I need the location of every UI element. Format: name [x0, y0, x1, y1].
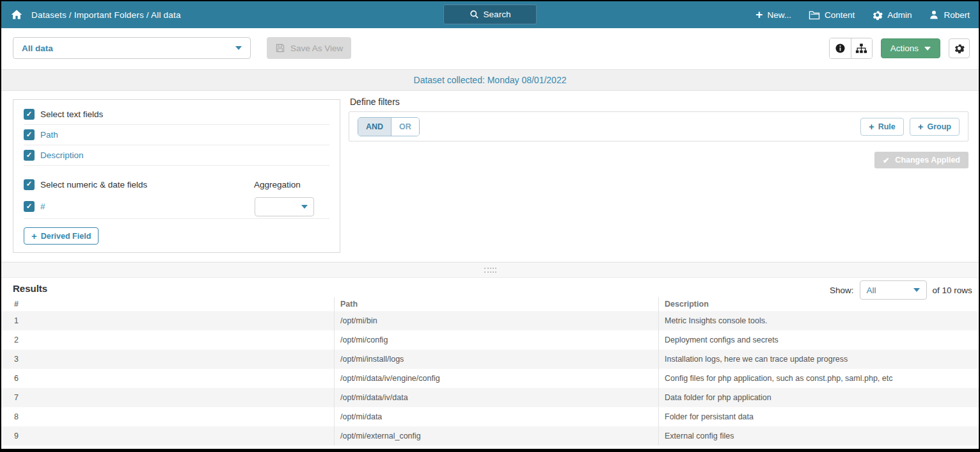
lineage-button[interactable] — [851, 38, 872, 58]
table-row[interactable]: 1 /opt/mi/bin Metric Insights console to… — [1, 311, 979, 330]
check-icon: ✓ — [26, 203, 33, 211]
cell-description: Installation logs, here we can trace upd… — [658, 350, 979, 369]
cell-description: Folder for persistant data — [658, 407, 979, 426]
admin-label: Admin — [887, 10, 912, 20]
path-field-label[interactable]: Path — [40, 130, 58, 140]
save-as-view-button[interactable]: Save As View — [267, 37, 351, 59]
cell-path: /opt/mi/config — [334, 330, 658, 350]
table-body: 1 /opt/mi/bin Metric Insights console to… — [1, 311, 979, 446]
settings-button[interactable] — [949, 38, 970, 58]
cell-path: /opt/mi/data/iv/data — [334, 388, 658, 407]
new-menu[interactable]: + New... — [755, 10, 791, 20]
check-icon: ✔ — [883, 156, 889, 165]
show-label: Show: — [830, 286, 854, 295]
view-selector-dropdown[interactable]: All data — [13, 37, 251, 59]
info-hierarchy-button-group — [829, 38, 873, 59]
description-field-label[interactable]: Description — [40, 150, 84, 160]
filters-footer: ✔ Changes Applied — [349, 152, 968, 168]
define-filters-title: Define filters — [349, 91, 968, 111]
cell-description: Metric Insights console tools. — [658, 311, 979, 330]
table-row[interactable]: 2 /opt/mi/config Deployment configs and … — [1, 330, 979, 350]
number-field-checkbox[interactable]: ✓ — [24, 201, 35, 212]
info-icon — [835, 43, 846, 54]
select-numeric-fields-checkbox[interactable]: ✓ — [24, 179, 35, 190]
cell-num: 1 — [1, 311, 334, 330]
table-row[interactable]: 9 /opt/mi/external_config External confi… — [1, 426, 979, 446]
changes-applied-button[interactable]: ✔ Changes Applied — [874, 152, 968, 168]
aggregation-dropdown[interactable] — [255, 197, 314, 216]
plus-icon: + — [869, 121, 874, 132]
breadcrumb[interactable]: Datasets / Important Folders / All data — [31, 10, 181, 20]
plus-icon: + — [918, 121, 924, 132]
cell-description: Data folder for php application — [658, 388, 979, 407]
description-checkbox[interactable]: ✓ — [24, 150, 35, 161]
info-button[interactable] — [830, 38, 851, 58]
show-rows-dropdown[interactable]: All — [860, 280, 927, 300]
table-row[interactable]: 7 /opt/mi/data/iv/data Data folder for p… — [1, 388, 979, 407]
and-toggle[interactable]: AND — [358, 118, 391, 136]
user-icon — [929, 10, 939, 20]
cell-path: /opt/mi/data — [334, 407, 658, 426]
number-field-label[interactable]: # — [40, 202, 45, 211]
show-rows-control: Show: All of 10 rows — [830, 280, 972, 300]
actions-button[interactable]: Actions — [881, 38, 940, 58]
dataset-toolbar: All data Save As View — [1, 28, 979, 69]
new-label: New... — [767, 10, 791, 20]
search-label: Search — [484, 10, 511, 19]
derived-field-button[interactable]: + Derived Field — [24, 227, 99, 245]
user-label: Robert — [944, 10, 970, 20]
text-fields-header-row: ✓ Select text fields — [24, 104, 329, 125]
results-title: Results — [13, 283, 47, 294]
numeric-fields-header-row: ✓ Select numeric & date fields Aggregati… — [24, 174, 329, 195]
column-header-num[interactable]: # — [1, 297, 334, 311]
search-icon — [470, 10, 479, 19]
rule-label: Rule — [878, 122, 896, 131]
home-icon[interactable] — [10, 8, 23, 21]
cell-num: 7 — [1, 388, 334, 407]
column-header-path[interactable]: Path — [334, 297, 658, 311]
select-text-fields-checkbox[interactable]: ✓ — [24, 109, 35, 120]
show-rows-value: All — [867, 286, 876, 295]
and-or-toggle: AND OR — [358, 117, 420, 136]
path-checkbox[interactable]: ✓ — [24, 129, 35, 140]
actions-label: Actions — [890, 44, 919, 53]
cell-description: External config files — [658, 426, 979, 446]
dataset-collected-text[interactable]: Dataset collected: Monday 08/01/2022 — [414, 75, 567, 85]
dataset-collected-banner: Dataset collected: Monday 08/01/2022 — [1, 69, 979, 91]
check-icon: ✓ — [26, 111, 33, 118]
derived-field-label: Derived Field — [41, 232, 91, 241]
gear-icon — [954, 43, 965, 54]
plus-icon: + — [31, 230, 37, 241]
rule-group-buttons: + Rule + Group — [860, 118, 960, 136]
plus-icon: + — [755, 10, 763, 19]
cell-path: /opt/mi/install/logs — [334, 350, 658, 369]
user-menu[interactable]: Robert — [929, 10, 970, 20]
admin-menu[interactable]: Admin — [872, 10, 912, 20]
table-row[interactable]: 3 /opt/mi/install/logs Installation logs… — [1, 350, 979, 369]
save-as-view-label: Save As View — [290, 44, 343, 53]
numeric-fields-header-label: Select numeric & date fields — [40, 180, 147, 190]
chevron-down-icon — [235, 46, 242, 50]
panel-splitter[interactable] — [1, 262, 979, 278]
add-group-button[interactable]: + Group — [910, 118, 960, 136]
cell-num: 3 — [1, 350, 334, 369]
aggregation-column-label: Aggregation — [254, 180, 313, 190]
content-menu[interactable]: Content — [809, 10, 855, 20]
search-button[interactable]: Search — [443, 4, 537, 24]
table-row[interactable]: 6 /opt/mi/data/iv/engine/config Config f… — [1, 369, 979, 388]
chevron-down-icon — [913, 288, 920, 292]
or-toggle[interactable]: OR — [391, 118, 419, 136]
results-table: # Path Description 1 /opt/mi/bin Metric … — [1, 297, 979, 446]
chevron-down-icon — [301, 205, 308, 209]
table-row[interactable]: 8 /opt/mi/data Folder for persistant dat… — [1, 407, 979, 426]
dataset-editor-area: ✓ Select text fields ✓ Path ✓ Descriptio… — [1, 91, 979, 262]
add-rule-button[interactable]: + Rule — [860, 118, 904, 136]
folder-icon — [809, 10, 820, 20]
cell-description: Config files for php application, such a… — [658, 369, 979, 388]
field-row-description: ✓ Description — [24, 145, 329, 166]
results-section: Results Show: All of 10 rows # Path Desc… — [1, 278, 979, 446]
drag-handle-icon — [484, 268, 496, 273]
toolbar-right: Actions — [829, 38, 970, 59]
text-fields-header-label: Select text fields — [40, 109, 103, 119]
cell-num: 9 — [1, 426, 334, 446]
